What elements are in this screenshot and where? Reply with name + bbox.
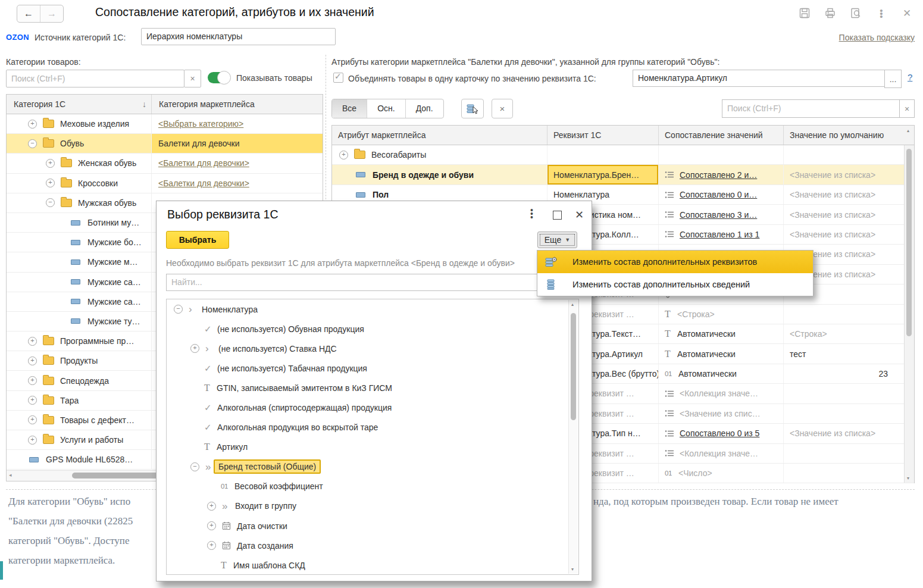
tree-item[interactable]: +» Входит в группу <box>167 496 578 516</box>
collapse-icon[interactable]: − <box>28 139 37 148</box>
find-input[interactable]: Найти... <box>166 274 581 291</box>
tab-all[interactable]: Все <box>332 99 367 118</box>
col-default[interactable]: Значение по умолчанию <box>783 126 896 145</box>
category-row[interactable]: + Меховые изделия <Выбрать категорию> <box>7 114 323 134</box>
tree-item[interactable]: T GTIN, записываемый эмитентом в КиЗ ГИС… <box>167 378 578 398</box>
mapping-link[interactable]: Сопоставлено 3 и… <box>680 210 757 220</box>
expand-icon[interactable]: + <box>190 344 199 353</box>
requisite-value[interactable]: Номенклатура <box>553 190 609 199</box>
marketplace-category-link[interactable]: <Балетки для девочки> <box>152 174 323 193</box>
tree-item[interactable]: 01 Весовой коэффициент <box>167 477 578 496</box>
source-input[interactable]: Иерархия номенклатуры <box>141 28 336 45</box>
col-mapping[interactable]: Сопоставление значений <box>658 126 783 145</box>
default-value[interactable]: <Значение из списка> <box>790 429 875 438</box>
tab-main[interactable]: Осн. <box>367 99 406 118</box>
expand-icon[interactable]: + <box>28 436 37 445</box>
close-icon[interactable]: ✕ <box>900 7 913 20</box>
expand-icon[interactable]: + <box>28 376 37 385</box>
mapping-link[interactable]: Сопоставлено 0 и… <box>680 190 757 199</box>
default-value[interactable]: <Значение из списка> <box>790 170 875 180</box>
clear-filter-button[interactable]: × <box>492 99 513 118</box>
tree-item[interactable]: ✓ Алкогольная продукция во вскрытой таре <box>167 418 578 437</box>
default-value[interactable]: <Значение из списка> <box>790 210 875 220</box>
tree-scroll-down-icon[interactable]: ▾ <box>571 567 574 572</box>
default-value[interactable]: тест <box>790 349 806 359</box>
tree-item[interactable]: + Дата создания <box>167 536 578 555</box>
col-requisite[interactable]: Реквизит 1С <box>547 126 658 145</box>
mapping-link[interactable]: Сопоставлено 2 и… <box>680 170 757 180</box>
collapse-icon[interactable]: − <box>174 305 183 314</box>
tree-item[interactable]: +› (не используется) Ставка НДС <box>167 339 578 358</box>
expand-icon[interactable]: + <box>339 151 348 159</box>
tree-item[interactable]: T Имя шаблона СКД <box>167 555 578 575</box>
expand-icon[interactable]: + <box>207 502 216 511</box>
back-button[interactable]: ← <box>17 5 40 22</box>
kebab-icon[interactable]: ••• <box>875 7 888 20</box>
mapping-link[interactable]: Сопоставлено 0 из 5 <box>680 429 759 438</box>
col-category-marketplace[interactable]: Категория маркетплейса <box>151 95 323 114</box>
tree-scrollbar-thumb[interactable] <box>571 313 576 420</box>
mapping-link[interactable]: Сопоставлено 1 из 1 <box>680 230 759 239</box>
category-row[interactable]: + Кроссовки <Балетки для девочки> <box>7 174 323 193</box>
more-button[interactable]: Еще ▼ <box>537 232 577 248</box>
category-search-clear-button[interactable]: × <box>184 70 201 87</box>
expand-icon[interactable]: + <box>46 179 55 187</box>
requisite-value[interactable]: Номенклатура.Брен… <box>553 170 639 180</box>
expand-icon[interactable]: + <box>28 120 37 129</box>
marketplace-category-link[interactable]: <Балетки для девочки> <box>152 154 323 173</box>
menu-item[interactable]: Изменить состав дополнительных реквизито… <box>537 251 813 273</box>
select-requisite-icon-button[interactable] <box>461 99 484 118</box>
expand-icon[interactable]: + <box>28 337 37 346</box>
expand-icon[interactable]: + <box>28 396 37 405</box>
default-value[interactable]: <Значение из списка> <box>790 230 875 239</box>
merge-help-link[interactable]: ? <box>908 72 912 82</box>
col-category-1c[interactable]: Категория 1С↓ <box>7 95 151 114</box>
menu-item[interactable]: Изменить состав дополнительных сведений <box>537 273 813 296</box>
col-attribute[interactable]: Атрибут маркетплейса <box>332 126 547 145</box>
tree-item[interactable]: −» Бренд тестовый (Общие) <box>167 457 578 477</box>
collapse-icon[interactable]: − <box>190 462 199 471</box>
print-icon[interactable] <box>824 7 837 20</box>
expand-icon[interactable]: + <box>28 356 37 365</box>
tree-item[interactable]: ✓ (не используется) Табачная продукция <box>167 358 578 378</box>
scroll-down-icon[interactable]: ▾ <box>907 476 909 481</box>
preview-icon[interactable] <box>849 7 862 20</box>
dialog-close-icon[interactable]: ✕ <box>575 208 584 221</box>
tree-item[interactable]: −› Номенклатура <box>167 299 578 319</box>
tree-scroll-up-icon[interactable]: ▴ <box>571 302 574 307</box>
tree-item[interactable]: T Артикул <box>167 437 578 457</box>
dialog-kebab-icon[interactable]: ••• <box>530 208 533 219</box>
default-value[interactable]: <Значение из списка> <box>790 190 875 199</box>
attr-search-clear-button[interactable]: × <box>899 99 915 118</box>
v-scrollbar[interactable]: ▴ ▾ <box>904 145 914 483</box>
tree-scrollbar[interactable]: ▴ ▾ <box>568 300 578 574</box>
merge-more-button[interactable]: ... <box>884 70 902 88</box>
save-icon[interactable] <box>798 7 811 20</box>
merge-checkbox[interactable]: ✓ <box>333 73 343 83</box>
show-hint-link[interactable]: Показать подсказку <box>839 33 915 42</box>
collapse-icon[interactable]: − <box>46 198 55 207</box>
tab-additional[interactable]: Доп. <box>406 99 443 118</box>
tree-item[interactable]: ✓ Алкогольная (спиртосодержащая) продукц… <box>167 398 578 417</box>
default-value[interactable]: <Строка> <box>790 329 827 339</box>
tree-item[interactable]: + Дата очистки <box>167 516 578 536</box>
select-button[interactable]: Выбрать <box>166 231 229 249</box>
default-value[interactable]: 23 <box>878 369 888 379</box>
category-search-input[interactable]: Поиск (Ctrl+F) <box>6 70 184 87</box>
merge-requisite-input[interactable]: Номенклатура.Артикул <box>633 70 885 87</box>
attribute-row[interactable]: Бренд в одежде и обуви Номенклатура.Брен… <box>332 165 914 184</box>
forward-button[interactable]: → <box>40 5 63 22</box>
expand-icon[interactable]: + <box>207 521 216 530</box>
attr-search-input[interactable]: Поиск (Ctrl+F) <box>722 99 900 118</box>
marketplace-category-value[interactable]: Балетки для девочки <box>152 134 323 153</box>
scroll-left-icon[interactable]: ◂ <box>9 472 12 478</box>
attribute-row[interactable]: +Весогабариты <box>332 145 914 165</box>
marketplace-category-link[interactable]: <Выбрать категорию> <box>152 114 323 133</box>
dialog-maximize-icon[interactable] <box>553 211 562 220</box>
expand-icon[interactable]: + <box>28 415 37 424</box>
v-scrollbar-thumb[interactable] <box>906 149 912 336</box>
category-row[interactable]: − Обувь Балетки для девочки <box>7 134 323 154</box>
tree-item[interactable]: ✓ (не используется) Обувная продукция <box>167 319 578 339</box>
category-row[interactable]: + Женская обувь <Балетки для девочки> <box>7 154 323 173</box>
show-products-toggle[interactable] <box>208 72 230 83</box>
